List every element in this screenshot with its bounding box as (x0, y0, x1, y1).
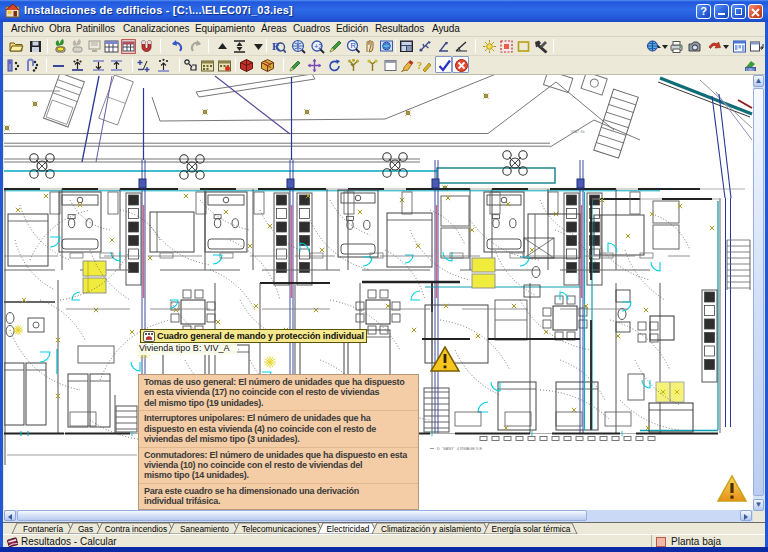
svg-text:Fontanería: Fontanería (23, 524, 64, 534)
svg-text:+2: +2 (314, 43, 322, 50)
svg-text:Gas: Gas (78, 524, 93, 534)
svg-text:D 'SANY' 4 RWAGE.9.E: D 'SANY' 4 RWAGE.9.E (437, 446, 482, 451)
svg-text:Energía solar térmica: Energía solar térmica (492, 524, 571, 534)
svg-text:Telecomunicaciones: Telecomunicaciones (242, 524, 317, 534)
svg-text:Contra incendios: Contra incendios (105, 524, 167, 534)
svg-text:R: R (350, 41, 356, 50)
svg-text:Saneamiento: Saneamiento (180, 524, 229, 534)
svg-text:Electricidad: Electricidad (327, 524, 370, 534)
svg-text:DBU: DBU (746, 67, 755, 72)
svg-text:Climatización y aislamiento: Climatización y aislamiento (381, 524, 481, 534)
svg-text:?: ? (417, 60, 422, 71)
